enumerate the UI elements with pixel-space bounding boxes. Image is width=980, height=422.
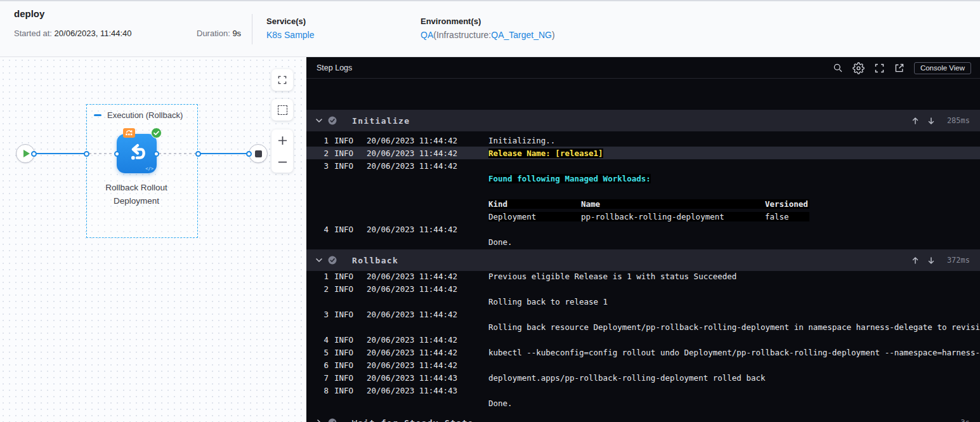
log-line: 3INFO20/06/2023 11:44:42 — [306, 159, 980, 172]
canvas-zoom-controls — [271, 129, 293, 173]
port — [195, 151, 201, 157]
log-timestamp: 20/06/2023 11:44:42 — [367, 148, 458, 158]
canvas-fullscreen-button[interactable] — [271, 69, 293, 91]
section-duration: 3s — [943, 418, 970, 422]
log-line: Done. — [306, 397, 980, 409]
console-view-button[interactable]: Console View — [914, 62, 971, 74]
started-value: 20/06/2023, 11:44:40 — [55, 29, 132, 38]
canvas-select-button[interactable] — [271, 99, 293, 121]
chevron-right-icon[interactable] — [312, 419, 326, 422]
log-section-header[interactable]: Wait for Steady State3s — [306, 412, 980, 422]
log-body: Initialize 285ms1INFO20/06/2023 11:44:42… — [306, 79, 980, 422]
expand-icon — [277, 75, 287, 85]
execution-page: deploy Started at: 20/06/2023, 11:44:40 … — [0, 0, 980, 422]
workload-table-header: KindNameVersioned — [488, 199, 809, 209]
port — [246, 151, 252, 157]
started-label: Started at: — [14, 29, 52, 38]
log-message: Release Name: [release1] — [488, 148, 603, 158]
log-level: INFO — [334, 148, 354, 158]
log-message: Previous eligible Release is 1 with stat… — [488, 272, 736, 281]
log-line: 4INFO20/06/2023 11:44:42 — [306, 223, 980, 235]
started-at: Started at: 20/06/2023, 11:44:40 — [14, 29, 132, 38]
external-link-icon[interactable] — [894, 63, 905, 73]
log-line: 1INFO20/06/2023 11:44:42Previous eligibl… — [306, 270, 980, 282]
log-line: 2INFO20/06/2023 11:44:42 — [306, 282, 980, 295]
log-level: INFO — [334, 348, 354, 357]
pipeline-canvas[interactable]: Execution (Rollback) </> — [0, 57, 306, 422]
log-level: INFO — [334, 373, 354, 383]
log-message: Rolling back resource Deployment/pp-roll… — [488, 322, 980, 332]
log-timestamp: 20/06/2023 11:44:42 — [367, 348, 458, 357]
zoom-out-button[interactable] — [271, 151, 293, 173]
log-level: INFO — [334, 360, 354, 370]
log-timestamp: 20/06/2023 11:44:42 — [367, 161, 458, 171]
log-line — [306, 185, 980, 197]
line-number: 3 — [306, 310, 329, 319]
log-level: INFO — [334, 272, 354, 281]
log-line: Rolling back to release 1 — [306, 295, 980, 308]
section-duration: 372ms — [943, 256, 970, 265]
step-logs-title: Step Logs — [317, 63, 352, 72]
log-timestamp: 20/06/2023 11:44:42 — [367, 225, 458, 234]
zoom-in-button[interactable] — [271, 129, 293, 151]
log-message: Found following Managed Workloads: — [488, 174, 651, 183]
log-message: deployment.apps/pp-rollback-rolling-depl… — [488, 373, 766, 383]
check-circle-icon — [328, 418, 337, 422]
duration-value: 9s — [232, 29, 241, 38]
success-check-icon — [151, 128, 162, 138]
line-number: 4 — [306, 335, 329, 345]
rollout-badge-icon — [123, 128, 135, 138]
log-section-header[interactable]: Initialize 285ms — [306, 110, 980, 131]
code-icon: </> — [145, 166, 154, 171]
infrastructure-label: (Infrastructure: — [433, 30, 491, 40]
scroll-up-icon[interactable] — [911, 117, 919, 125]
minus-collapse-icon[interactable] — [94, 114, 101, 116]
execution-group-label: Execution (Rollback) — [107, 110, 183, 120]
scroll-down-icon[interactable] — [927, 256, 935, 265]
log-message: Done. — [488, 399, 513, 408]
chevron-down-icon[interactable] — [312, 117, 326, 124]
play-icon — [23, 150, 30, 157]
log-line: Rolling back resource Deployment/pp-roll… — [306, 320, 980, 333]
duration: Duration: 9s — [197, 29, 241, 38]
search-icon[interactable] — [833, 63, 843, 73]
log-level: INFO — [334, 225, 354, 234]
log-line: Done. — [306, 235, 980, 248]
log-message: Done. — [488, 237, 513, 247]
gear-icon[interactable] — [853, 62, 865, 74]
fullscreen-icon[interactable] — [874, 63, 885, 74]
step-logs-panel: Step Logs Console View Initialize 285m — [306, 57, 980, 422]
section-duration: 285ms — [943, 116, 970, 125]
log-section-header[interactable]: Rollback 372ms — [306, 249, 980, 271]
log-level: INFO — [334, 310, 354, 319]
rollback-step-node[interactable]: </> — [117, 134, 157, 173]
environments-label: Environment(s) — [421, 16, 555, 26]
line-number: 5 — [306, 348, 329, 357]
log-line: Deploymentpp-rollback-rolling-deployment… — [306, 210, 980, 223]
line-number: 1 — [306, 272, 329, 281]
line-number: 4 — [306, 225, 329, 234]
marquee-select-icon — [278, 105, 287, 115]
line-number: 2 — [306, 284, 329, 294]
scroll-down-icon[interactable] — [927, 117, 935, 125]
log-timestamp: 20/06/2023 11:44:42 — [367, 335, 458, 345]
log-timestamp: 20/06/2023 11:44:42 — [367, 284, 458, 294]
scroll-up-icon[interactable] — [911, 256, 919, 265]
line-number: 8 — [306, 386, 329, 395]
environment-link[interactable]: QA(Infrastructure:QA_Target_NG) — [421, 30, 555, 40]
execution-header: deploy Started at: 20/06/2023, 11:44:40 … — [0, 0, 980, 57]
chevron-down-icon[interactable] — [312, 256, 326, 264]
log-line: 4INFO20/06/2023 11:44:42 — [306, 333, 980, 346]
log-line: 3INFO20/06/2023 11:44:42 — [306, 308, 980, 320]
rollback-arrow-icon — [125, 142, 149, 166]
port — [154, 151, 159, 157]
section-title: Initialize — [352, 116, 410, 126]
section-title: Rollback — [352, 256, 398, 265]
service-link[interactable]: K8s Sample — [266, 30, 314, 40]
log-level: INFO — [334, 284, 354, 294]
zoom-in-icon — [277, 135, 288, 146]
log-line: 6INFO20/06/2023 11:44:42 — [306, 359, 980, 371]
wire-end — [200, 153, 249, 154]
log-line: 2INFO20/06/2023 11:44:42Release Name: [r… — [306, 147, 980, 159]
infrastructure-link[interactable]: QA_Target_NG — [491, 30, 552, 40]
